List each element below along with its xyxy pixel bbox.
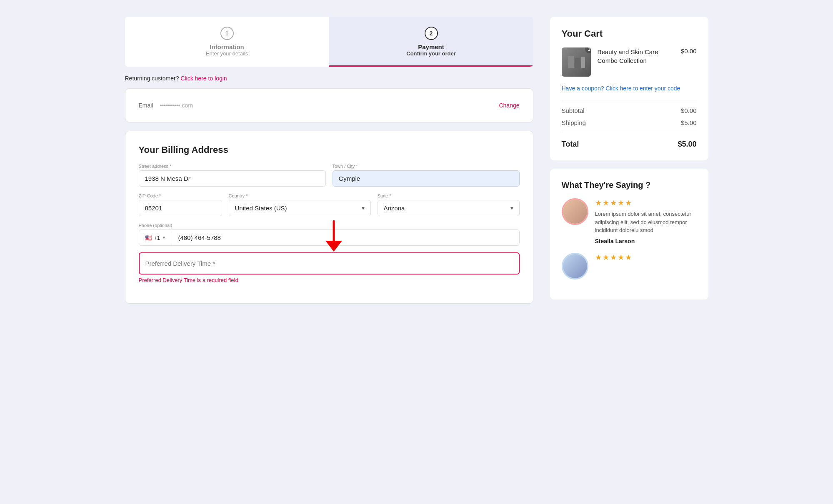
address-row: Street address * Town / City * bbox=[139, 164, 520, 187]
step-1-number: 1 bbox=[220, 27, 234, 40]
svg-rect-2 bbox=[568, 56, 574, 68]
sidebar: Your Cart 1 Beauty and Skin Care Combo C… bbox=[550, 17, 708, 312]
state-label: State * bbox=[378, 193, 520, 198]
email-value: ••••••••••.com bbox=[160, 102, 499, 109]
cart-total-divider bbox=[562, 133, 697, 133]
state-select-wrapper: Arizona ▼ bbox=[378, 200, 520, 216]
subtotal-label: Subtotal bbox=[562, 107, 585, 114]
returning-customer-text: Returning customer? bbox=[125, 75, 179, 82]
cart-item: 1 Beauty and Skin Care Combo Collection … bbox=[562, 47, 697, 77]
country-group: Country * United States (US) ▼ bbox=[229, 193, 371, 216]
flag-icon: 🇺🇸 bbox=[145, 235, 152, 241]
email-card: Email ••••••••••.com Change bbox=[125, 88, 533, 122]
cart-card: Your Cart 1 Beauty and Skin Care Combo C… bbox=[550, 17, 708, 160]
shipping-row: Shipping $5.00 bbox=[562, 119, 697, 126]
step-payment[interactable]: 2 Payment Confirm your order bbox=[329, 17, 533, 67]
step-2-subtitle: Confirm your order bbox=[338, 50, 525, 57]
cart-divider bbox=[562, 100, 697, 100]
cart-item-name: Beauty and Skin Care Combo Collection bbox=[598, 47, 674, 65]
country-label: Country * bbox=[229, 193, 371, 198]
step-2-number: 2 bbox=[425, 27, 438, 40]
email-label: Email bbox=[139, 102, 153, 109]
testimonial-stars-2: ★★★★★ bbox=[595, 253, 633, 262]
billing-card: Your Billing Address Street address * To… bbox=[125, 131, 533, 304]
cart-item-image: 1 bbox=[562, 47, 591, 77]
state-select[interactable]: Arizona bbox=[378, 200, 520, 216]
zip-country-state-row: ZIP Code * Country * United States (US) … bbox=[139, 193, 520, 216]
avatar-placeholder-1 bbox=[563, 200, 587, 224]
phone-code: +1 bbox=[154, 235, 160, 241]
svg-rect-3 bbox=[575, 58, 580, 68]
delivery-group: Preferred Delivery Time is a required fi… bbox=[139, 252, 520, 283]
step-1-subtitle: Enter your details bbox=[133, 50, 321, 57]
country-select[interactable]: United States (US) bbox=[229, 200, 371, 216]
svg-rect-4 bbox=[581, 57, 585, 68]
shipping-value: $5.00 bbox=[681, 119, 697, 126]
total-value: $5.00 bbox=[678, 140, 696, 149]
billing-title: Your Billing Address bbox=[139, 145, 520, 155]
delivery-error-message: Preferred Delivery Time is a required fi… bbox=[139, 277, 520, 283]
country-select-wrapper: United States (US) ▼ bbox=[229, 200, 371, 216]
testimonial-item-2: ★★★★★ bbox=[562, 253, 697, 279]
delivery-input[interactable] bbox=[139, 252, 520, 274]
cart-item-price: $0.00 bbox=[681, 47, 697, 55]
step-information[interactable]: 1 Information Enter your details bbox=[125, 17, 329, 67]
login-link[interactable]: Click here to login bbox=[180, 75, 227, 82]
step-2-underline bbox=[329, 65, 533, 67]
testimonials-card: What They're Saying ? ★★★★★ Lorem ipsum … bbox=[550, 169, 708, 299]
step-1-title: Information bbox=[133, 43, 321, 50]
city-input[interactable] bbox=[333, 170, 520, 187]
street-input[interactable] bbox=[139, 170, 326, 187]
phone-flag-selector[interactable]: 🇺🇸 +1 ▼ bbox=[139, 230, 173, 245]
returning-customer-bar: Returning customer? Click here to login bbox=[125, 75, 533, 82]
street-group: Street address * bbox=[139, 164, 326, 187]
cart-title: Your Cart bbox=[562, 28, 697, 39]
testimonial-content-2: ★★★★★ bbox=[595, 253, 633, 279]
state-group: State * Arizona ▼ bbox=[378, 193, 520, 216]
zip-label: ZIP Code * bbox=[139, 193, 222, 198]
coupon-link[interactable]: Have a coupon? Click here to enter your … bbox=[562, 85, 697, 92]
email-change-link[interactable]: Change bbox=[499, 102, 519, 109]
testimonial-avatar-2 bbox=[562, 253, 588, 279]
city-label: Town / City * bbox=[333, 164, 520, 169]
email-row: Email ••••••••••.com Change bbox=[139, 102, 520, 109]
delivery-row: Preferred Delivery Time is a required fi… bbox=[139, 252, 520, 283]
main-column: 1 Information Enter your details 2 Payme… bbox=[125, 17, 533, 312]
delivery-section: Preferred Delivery Time is a required fi… bbox=[139, 252, 520, 283]
testimonial-author-1: Stealla Larson bbox=[595, 238, 697, 245]
testimonials-title: What They're Saying ? bbox=[562, 180, 697, 190]
checkout-steps: 1 Information Enter your details 2 Payme… bbox=[125, 17, 533, 67]
total-row: Total $5.00 bbox=[562, 140, 697, 149]
zip-input[interactable] bbox=[139, 200, 222, 216]
street-label: Street address * bbox=[139, 164, 326, 169]
step-2-title: Payment bbox=[338, 43, 525, 50]
shipping-label: Shipping bbox=[562, 119, 586, 126]
testimonial-stars-1: ★★★★★ bbox=[595, 198, 697, 207]
subtotal-row: Subtotal $0.00 bbox=[562, 107, 697, 114]
zip-group: ZIP Code * bbox=[139, 193, 222, 216]
red-arrow-annotation bbox=[321, 219, 346, 254]
testimonial-text-1: Lorem ipsum dolor sit amet, consectetur … bbox=[595, 210, 697, 235]
subtotal-value: $0.00 bbox=[681, 107, 697, 114]
svg-marker-1 bbox=[325, 241, 342, 252]
testimonial-item-1: ★★★★★ Lorem ipsum dolor sit amet, consec… bbox=[562, 198, 697, 245]
total-label: Total bbox=[562, 140, 579, 149]
testimonial-content-1: ★★★★★ Lorem ipsum dolor sit amet, consec… bbox=[595, 198, 697, 245]
testimonial-avatar-1 bbox=[562, 198, 588, 225]
avatar-placeholder-2 bbox=[563, 254, 587, 278]
phone-flag-chevron-icon: ▼ bbox=[162, 235, 166, 240]
city-group: Town / City * bbox=[333, 164, 520, 187]
